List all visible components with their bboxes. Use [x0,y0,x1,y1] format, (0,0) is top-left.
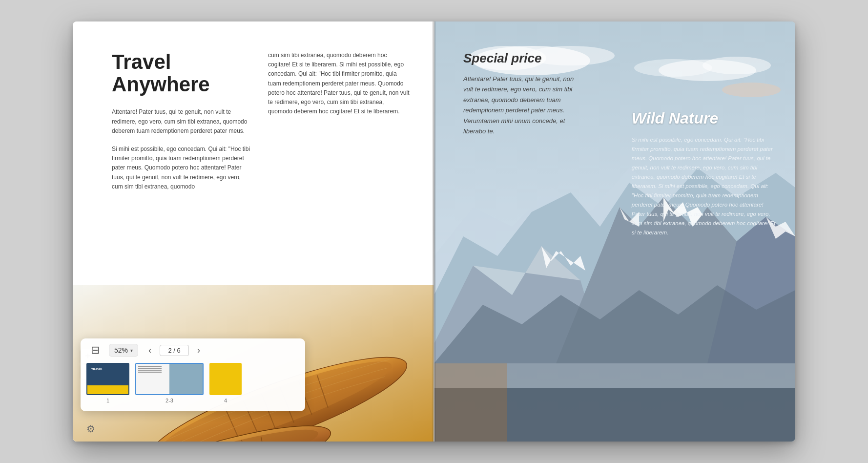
thumbnail-4-label: 4 [224,398,227,403]
toolbar-overlay: ⊟ 52% ▾ ‹ 2 / 6 › TRAVEL 1 [81,338,305,411]
wild-nature-title: Wild Nature [632,109,776,127]
pages-toggle-button[interactable]: ⊟ [86,343,104,357]
settings-area: ⚙ [86,423,95,435]
thumb1-stripe [87,385,128,394]
thumbnail-1[interactable]: TRAVEL [86,363,129,395]
thumbnails-row: TRAVEL 1 2-3 [86,363,299,403]
thumb2-right-page [169,364,203,394]
page-separator [434,21,434,442]
zoom-label: 52% [114,346,128,354]
wild-nature-text: Si mihi est possibile, ego concedam. Qui… [632,135,776,237]
svg-point-21 [703,57,771,74]
right-col-body: cum sim tibi extranea, quomodo deberem h… [268,51,410,116]
special-price-text: Attentare! Pater tuus, qui te genuit, no… [463,74,582,137]
next-page-button[interactable]: › [192,343,206,357]
thumbnail-item: TRAVEL 1 [86,363,129,403]
pages-icon: ⊟ [91,344,100,357]
nav-controls: ‹ 2 / 6 › [143,343,206,357]
wild-nature-section: Wild Nature Si mihi est possibile, ego c… [622,109,795,237]
left-col-body2: Si mihi est possibile, ego concedam. Qui… [112,145,253,191]
svg-rect-36 [434,363,507,442]
thumb2-left-page [136,364,169,394]
thumbnail-4[interactable] [209,363,242,395]
toolbar-top: ⊟ 52% ▾ ‹ 2 / 6 › [86,343,299,357]
right-page: Special price Attentare! Pater tuus, qui… [434,21,795,442]
thumb1-label: TRAVEL [91,368,103,371]
prev-page-button[interactable]: ‹ [143,343,157,357]
svg-point-23 [722,83,781,97]
special-price-section: Special price Attentare! Pater tuus, qui… [434,51,597,137]
thumbnail-1-label: 1 [106,398,109,403]
page-title: Travel Anywhere [112,51,253,96]
thumbnail-23-label: 2-3 [165,398,173,403]
special-price-title: Special price [463,51,582,66]
thumbnail-4-item: 4 [209,363,242,403]
settings-button[interactable]: ⚙ [86,423,95,435]
left-col-body1: Attentare! Pater tuus, qui te genuit, no… [112,107,253,136]
book-container: Travel Anywhere Attentare! Pater tuus, q… [73,21,795,442]
svg-point-22 [634,59,712,77]
zoom-selector-button[interactable]: 52% ▾ [109,344,138,357]
chevron-down-icon: ▾ [130,348,133,353]
thumbnail-spread-item: 2-3 [135,363,204,403]
thumbnail-2-3[interactable] [135,363,204,395]
page-indicator: 2 / 6 [160,345,189,356]
